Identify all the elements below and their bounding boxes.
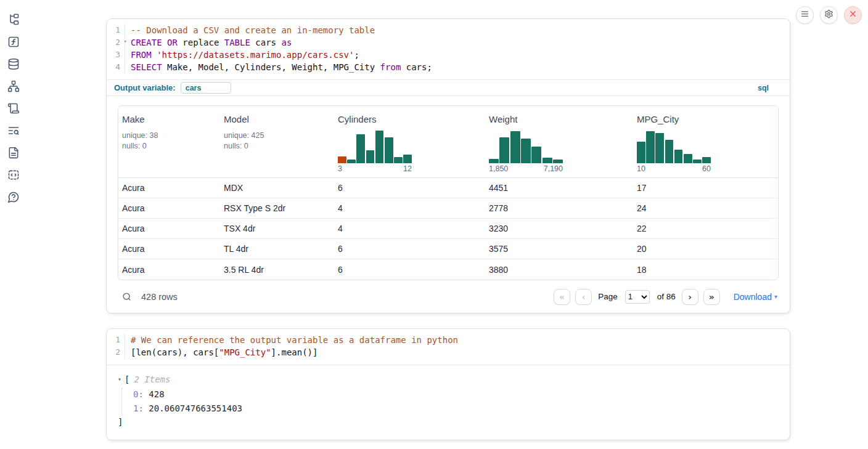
download-button[interactable]: Download ▾ xyxy=(734,292,777,302)
code-line[interactable]: 4SELECT Make, Model, Cylinders, Weight, … xyxy=(107,61,790,73)
download-label: Download xyxy=(734,292,772,302)
histogram-bar xyxy=(693,160,702,163)
page-total-label: of 86 xyxy=(657,292,676,301)
column-header-mpg_city[interactable]: MPG_City1060 xyxy=(633,106,778,177)
table-cell: Acura xyxy=(118,183,220,193)
histogram-bar xyxy=(366,150,375,163)
table-row[interactable]: AcuraTL 4dr6357520 xyxy=(118,239,778,259)
code-line[interactable]: 2[len(cars), cars["MPG_City"].mean()] xyxy=(107,346,790,358)
table-cell: 22 xyxy=(633,224,778,233)
search-list-icon[interactable] xyxy=(7,124,20,137)
code-line[interactable]: 3FROM 'https://datasets.marimo.app/cars.… xyxy=(107,49,790,61)
histogram-bar xyxy=(338,156,346,163)
output-variable-label: Output variable: xyxy=(114,83,176,92)
line-number: 3 xyxy=(107,49,125,61)
function-icon[interactable] xyxy=(7,36,20,48)
histogram-bar xyxy=(347,160,356,163)
histogram-bar xyxy=(489,159,499,163)
code-line[interactable]: 2▾CREATE OR replace TABLE cars as xyxy=(107,36,790,49)
histogram-bar xyxy=(385,137,393,163)
hamburger-icon xyxy=(800,9,809,21)
table-cell: 4 xyxy=(334,224,485,233)
table-cell: 2778 xyxy=(485,203,633,213)
network-icon[interactable] xyxy=(7,80,20,92)
menu-button[interactable] xyxy=(796,6,814,24)
tree-entry: 1: 20.060747663551403 xyxy=(133,402,779,416)
table-cell: 20 xyxy=(633,244,778,254)
table-row[interactable]: AcuraMDX6445117 xyxy=(118,178,778,198)
table-cell: TL 4dr xyxy=(220,244,334,254)
help-icon[interactable] xyxy=(7,191,20,203)
histogram-range: 312 xyxy=(338,164,412,174)
histogram-bar xyxy=(674,150,683,163)
histogram-bar xyxy=(646,131,655,163)
next-page-button[interactable]: › xyxy=(682,289,698,305)
histogram-bar xyxy=(542,158,552,163)
table-row[interactable]: AcuraRSX Type S 2dr4277824 xyxy=(118,198,778,219)
code-text: SELECT Make, Model, Cylinders, Weight, M… xyxy=(125,61,432,73)
table-row[interactable]: AcuraTSX 4dr4323022 xyxy=(118,219,778,239)
database-icon[interactable] xyxy=(7,58,20,70)
table-cell: 6 xyxy=(334,265,485,275)
tree-entry: 0: 428 xyxy=(133,387,779,402)
line-number: 1 xyxy=(107,24,125,36)
code-line[interactable]: 1# We can reference the output variable … xyxy=(107,334,790,346)
snippets-icon[interactable] xyxy=(7,169,20,181)
tree-entry-value: 20.060747663551403 xyxy=(144,403,242,413)
first-page-button[interactable]: « xyxy=(554,289,570,305)
table-header-row: Makeunique: 38nulls: 0Modelunique: 425nu… xyxy=(118,106,778,178)
column-header-weight[interactable]: Weight1,8507,190 xyxy=(485,106,633,177)
output-variable-input[interactable] xyxy=(181,82,231,94)
column-histogram: 1,8507,190 xyxy=(489,129,563,174)
column-stats: unique: 425nulls: 0 xyxy=(224,131,330,152)
sql-cell-output: Makeunique: 38nulls: 0Modelunique: 425nu… xyxy=(107,95,790,313)
table-row[interactable]: Acura3.5 RL 4dr6388018 xyxy=(118,259,778,280)
sql-code-editor[interactable]: 1-- Download a CSV and create an in-memo… xyxy=(107,19,790,79)
column-header-make[interactable]: Makeunique: 38nulls: 0 xyxy=(118,106,220,177)
python-code-editor[interactable]: 1# We can reference the output variable … xyxy=(107,329,790,365)
previous-page-button[interactable]: ‹ xyxy=(575,289,592,305)
tree-entry-key: 1: xyxy=(133,403,144,413)
search-icon[interactable] xyxy=(121,291,133,302)
table-cell: MDX xyxy=(220,183,334,193)
table-cell: Acura xyxy=(118,203,220,213)
tree-open-bracket: [ xyxy=(125,373,129,386)
histogram-bar xyxy=(394,157,403,163)
shutdown-button[interactable] xyxy=(844,6,862,24)
histogram-bar xyxy=(521,139,531,163)
language-badge[interactable]: sql xyxy=(758,84,769,92)
column-name: Weight xyxy=(489,113,629,125)
settings-button[interactable] xyxy=(820,6,838,24)
last-page-button[interactable]: » xyxy=(703,289,720,305)
histogram-range: 1060 xyxy=(637,164,711,174)
table-cell: 4 xyxy=(334,203,485,213)
histogram-bars xyxy=(489,129,563,163)
table-cell: 4451 xyxy=(485,183,633,193)
file-tree-icon[interactable] xyxy=(7,14,20,26)
column-histogram: 1060 xyxy=(637,129,711,174)
line-number: 2 xyxy=(107,346,125,358)
tree-children: 0: 4281: 20.060747663551403 xyxy=(121,387,779,416)
line-number: 2▾ xyxy=(107,36,125,49)
python-cell: 1# We can reference the output variable … xyxy=(106,328,790,440)
sql-cell: 1-- Download a CSV and create an in-memo… xyxy=(106,18,790,313)
table-cell: TSX 4dr xyxy=(220,224,334,233)
page-select[interactable]: 1 xyxy=(625,290,650,304)
document-icon[interactable] xyxy=(7,147,20,159)
histogram-bar xyxy=(665,140,674,164)
column-header-model[interactable]: Modelunique: 425nulls: 0 xyxy=(220,106,334,177)
histogram-max-label: 60 xyxy=(702,164,711,174)
code-line[interactable]: 1-- Download a CSV and create an in-memo… xyxy=(107,24,790,36)
histogram-bar xyxy=(510,131,520,163)
column-stats: unique: 38nulls: 0 xyxy=(122,131,216,152)
histogram-min-label: 3 xyxy=(338,164,342,174)
column-histogram: 312 xyxy=(338,129,412,174)
scroll-icon[interactable] xyxy=(7,102,20,115)
tree-collapse-icon[interactable]: ▾ xyxy=(118,373,121,386)
table-cell: 18 xyxy=(633,265,778,275)
histogram-bar xyxy=(553,160,563,163)
fold-chevron-icon[interactable]: ▾ xyxy=(124,39,127,44)
helper-sidebar xyxy=(0,0,30,449)
table-cell: RSX Type S 2dr xyxy=(220,203,334,213)
column-header-cylinders[interactable]: Cylinders312 xyxy=(334,106,485,177)
